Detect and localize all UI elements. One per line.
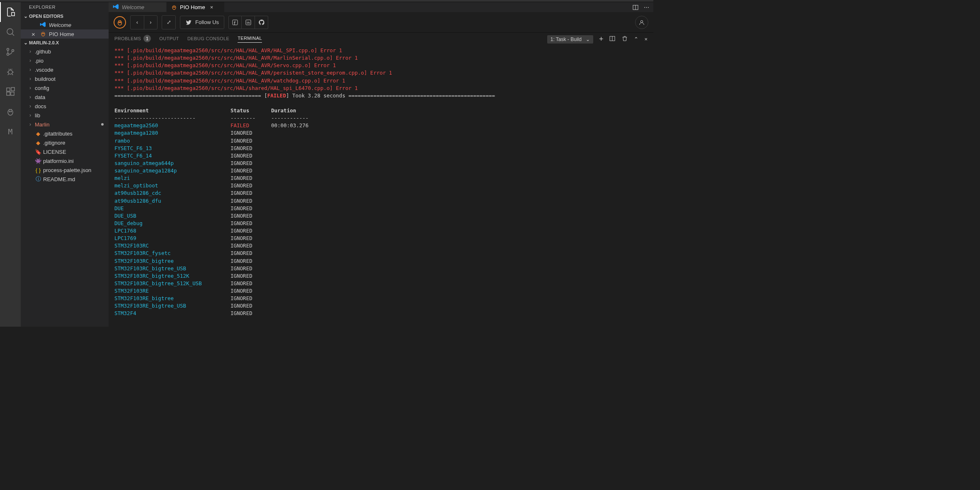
file-icon: 🔖 xyxy=(35,149,41,155)
split-editor-icon[interactable] xyxy=(632,4,639,12)
activity-bar: M xyxy=(0,2,21,327)
activity-source-control[interactable] xyxy=(0,42,21,62)
file-icon: ⓘ xyxy=(35,175,41,183)
folder-item[interactable]: ›.vscode xyxy=(21,65,109,74)
file-item[interactable]: ◆.gitattributes xyxy=(21,129,109,138)
file-label: LICENSE xyxy=(43,149,66,155)
folder-label: data xyxy=(35,94,45,100)
folder-label: docs xyxy=(35,103,46,109)
file-item[interactable]: ⓘREADME.md xyxy=(21,175,109,184)
folder-item-marlin[interactable]: ›Marlin xyxy=(21,120,109,129)
facebook-icon[interactable] xyxy=(228,16,242,29)
open-editor-item[interactable]: ×PIO Home xyxy=(21,29,109,39)
file-item[interactable]: ◆.gitignore xyxy=(21,138,109,147)
trash-icon[interactable] xyxy=(621,35,628,43)
platformio-icon xyxy=(171,4,177,10)
open-editor-item[interactable]: ×Welcome xyxy=(21,20,109,29)
activity-extensions[interactable] xyxy=(0,82,21,102)
svg-point-3 xyxy=(12,50,14,52)
file-label: .gitattributes xyxy=(43,131,73,137)
activity-platformio[interactable] xyxy=(0,102,21,121)
nav-back-button[interactable]: ‹ xyxy=(131,16,144,29)
svg-point-4 xyxy=(8,70,12,74)
svg-point-14 xyxy=(44,33,44,34)
explorer-sidebar: EXPLORER ⌄ OPEN EDITORS ×Welcome×PIO Hom… xyxy=(21,2,109,327)
chevron-right-icon: › xyxy=(27,76,33,82)
close-icon[interactable]: × xyxy=(210,4,213,10)
chevron-right-icon: › xyxy=(27,121,33,127)
file-item[interactable]: 👾platformio.ini xyxy=(21,156,109,165)
maximize-panel-icon[interactable]: ⌃ xyxy=(634,36,638,42)
svg-point-16 xyxy=(173,7,174,7)
folder-label: config xyxy=(35,85,49,91)
tab-welcome[interactable]: Welcome xyxy=(109,2,167,12)
open-editor-label: Welcome xyxy=(49,22,71,28)
svg-point-10 xyxy=(9,111,10,112)
chevron-right-icon: › xyxy=(27,94,33,100)
chevron-right-icon: › xyxy=(27,112,33,118)
split-terminal-icon[interactable] xyxy=(609,35,616,43)
folder-label: .pio xyxy=(35,58,44,64)
sidebar-title: EXPLORER xyxy=(21,2,109,12)
folder-item[interactable]: ›data xyxy=(21,92,109,102)
open-editors-header[interactable]: ⌄ OPEN EDITORS xyxy=(21,12,109,20)
svg-rect-5 xyxy=(7,88,10,91)
file-item[interactable]: 🔖LICENSE xyxy=(21,147,109,156)
close-icon[interactable]: × xyxy=(32,31,37,38)
svg-point-9 xyxy=(8,109,13,115)
file-item[interactable]: { }process-palette.json xyxy=(21,165,109,175)
file-label: process-palette.json xyxy=(43,167,91,173)
terminal-task-dropdown[interactable]: 1: Task - Build xyxy=(547,35,593,44)
file-icon: ◆ xyxy=(35,131,41,137)
expand-button[interactable]: ⤢ xyxy=(162,16,175,29)
tab-bar: Welcome PIO Home × ⋯ xyxy=(109,2,653,12)
folder-item[interactable]: ›.pio xyxy=(21,56,109,65)
panel-tab-bar: PROBLEMS 1 OUTPUT DEBUG CONSOLE TERMINAL… xyxy=(109,33,653,46)
svg-point-19 xyxy=(118,21,122,25)
project-header[interactable]: ⌄ MARLIN-2.0.X xyxy=(21,39,109,47)
folder-item[interactable]: ›config xyxy=(21,83,109,92)
svg-point-24 xyxy=(640,20,643,22)
activity-debug[interactable] xyxy=(0,62,21,82)
panel-tab-debug-console[interactable]: DEBUG CONSOLE xyxy=(187,36,229,43)
folder-label: .github xyxy=(35,49,51,55)
vscode-icon xyxy=(40,21,46,29)
file-icon: ◆ xyxy=(35,140,41,146)
new-terminal-icon[interactable]: + xyxy=(599,35,604,44)
activity-search[interactable] xyxy=(0,22,21,42)
chevron-right-icon: › xyxy=(27,85,33,91)
file-label: README.md xyxy=(43,176,75,182)
folder-label: buildroot xyxy=(35,76,56,82)
panel-tab-output[interactable]: OUTPUT xyxy=(159,36,179,43)
svg-point-13 xyxy=(42,33,43,34)
file-icon: { } xyxy=(35,167,41,173)
folder-item[interactable]: ›buildroot xyxy=(21,74,109,83)
linkedin-icon[interactable] xyxy=(242,16,255,29)
modified-dot-icon xyxy=(101,123,104,126)
chevron-down-icon: ⌄ xyxy=(22,40,29,46)
github-icon[interactable] xyxy=(255,16,268,29)
folder-label: Marlin xyxy=(35,121,49,128)
activity-explorer[interactable] xyxy=(0,2,21,22)
file-label: platformio.ini xyxy=(43,158,74,164)
activity-marlin[interactable]: M xyxy=(0,121,21,141)
svg-rect-22 xyxy=(233,20,238,25)
follow-us-button[interactable]: Follow Us xyxy=(180,16,224,29)
folder-item[interactable]: ›docs xyxy=(21,102,109,111)
nav-forward-button[interactable]: › xyxy=(144,16,157,29)
svg-point-1 xyxy=(7,49,9,51)
terminal-output[interactable]: *** [.pio/build/megaatmega2560/src/src/H… xyxy=(109,46,653,327)
chevron-right-icon: › xyxy=(27,103,33,109)
svg-point-15 xyxy=(172,6,176,10)
chevron-right-icon: › xyxy=(27,67,33,73)
file-label: .gitignore xyxy=(43,140,65,146)
account-icon[interactable] xyxy=(635,16,648,29)
folder-item[interactable]: ›.github xyxy=(21,47,109,56)
folder-label: .vscode xyxy=(35,67,53,73)
tab-pio-home[interactable]: PIO Home × xyxy=(167,2,225,12)
more-icon[interactable]: ⋯ xyxy=(644,4,649,12)
panel-tab-problems[interactable]: PROBLEMS 1 xyxy=(114,35,151,44)
panel-tab-terminal[interactable]: TERMINAL xyxy=(238,36,262,43)
folder-item[interactable]: ›lib xyxy=(21,111,109,120)
close-panel-icon[interactable]: × xyxy=(644,36,648,42)
